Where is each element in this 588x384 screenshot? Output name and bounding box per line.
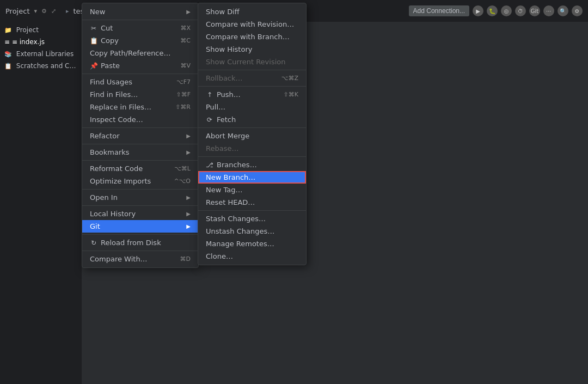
menu-item-copy[interactable]: 📋Copy⌘C [82,34,198,47]
top-bar-right: Add Connection... ▶ 🐛 ◎ ⏱ Git ⋯ 🔍 ⚙ [409,5,583,16]
add-connection-button[interactable]: Add Connection... [409,5,469,16]
new-arrow: ▶ [186,9,191,15]
menu-item-r-show-current-revision: Show Current Revision [198,56,306,68]
menu-item-r-compare-branch[interactable]: Compare with Branch… [198,31,306,43]
copy-icon: 📋 [90,37,97,45]
compare-with-label: Compare With… [90,255,148,263]
menu-item-r-show-history[interactable]: Show History [198,43,306,56]
menu-item-git[interactable]: Git▶ [82,220,198,233]
menu-item-replace-in-files[interactable]: Replace in Files…⇧⌘R [82,101,198,113]
paste-label: Paste [101,62,120,70]
menu-item-new[interactable]: New▶ [82,5,198,18]
menu-item-inspect-code[interactable]: Inspect Code… [82,113,198,126]
git-icon[interactable]: Git [529,5,540,16]
reload-from-disk-label: Reload from Disk [101,239,161,247]
menu-item-refactor[interactable]: Refactor▶ [82,130,198,142]
find-usages-label: Find Usages [90,78,132,86]
menu-item-r-unstash-changes[interactable]: Unstash Changes… [198,225,306,237]
dropdown-icon: ▾ [34,8,37,15]
menu-item-copy-path[interactable]: Copy Path/Reference… [82,47,198,59]
new-label: New [90,8,105,16]
context-menu-left: New▶✂Cut⌘X📋Copy⌘CCopy Path/Reference…📌Pa… [82,3,199,268]
menu-item-bookmarks[interactable]: Bookmarks▶ [82,146,198,159]
show-current-revision-r-label: Show Current Revision [206,58,286,66]
rollback-r-label: Rollback… [206,74,243,82]
menu-item-r-branches[interactable]: ⎇Branches… [198,159,306,171]
menu-item-optimize-imports[interactable]: Optimize Imports^⌥O [82,175,198,187]
debug-icon[interactable]: 🐛 [487,5,498,16]
menu-separator-r [198,86,306,87]
settings2-icon[interactable]: ⚙ [572,5,583,16]
menu-separator [82,189,198,190]
menu-separator-r [198,210,306,211]
menu-item-cut[interactable]: ✂Cut⌘X [82,22,198,34]
menu-item-reformat-code[interactable]: Reformat Code⌥⌘L [82,162,198,175]
git-label: Git [90,222,100,230]
run-icon[interactable]: ▶ [473,5,483,16]
git-arrow: ▶ [186,223,191,229]
push-r-label: Push… [217,90,241,99]
menu-item-local-history[interactable]: Local History▶ [82,208,198,220]
menu-item-compare-with[interactable]: Compare With…⌘D [82,253,198,265]
sidebar-item-ext-libs[interactable]: 📚 External Libraries [0,48,82,60]
menu-separator-r [198,70,306,70]
open-in-arrow: ▶ [186,194,191,200]
compare-branch-r-label: Compare with Branch… [206,33,290,41]
fetch-r-icon: ⟳ [206,116,213,124]
menu-separator [82,251,198,251]
sidebar-item-scratches[interactable]: 📋 Scratches and Cons… [0,60,82,72]
find-in-files-label: Find in Files… [90,90,138,99]
menu-item-r-new-tag[interactable]: New Tag… [198,184,306,196]
abort-merge-r-label: Abort Merge [206,132,249,140]
menu-item-r-push[interactable]: ↑Push…⇧⌘K [198,88,306,101]
menu-item-paste[interactable]: 📌Paste⌘V [82,59,198,72]
rollback-r-shortcut: ⌥⌘Z [281,75,298,82]
more-icon[interactable]: ⋯ [543,5,554,16]
bookmarks-label: Bookmarks [90,148,130,156]
menu-item-r-pull[interactable]: Pull… [198,101,306,113]
menu-item-r-clone[interactable]: Clone… [198,250,306,263]
menu-item-reload-from-disk[interactable]: ↻Reload from Disk [82,236,198,249]
pull-r-label: Pull… [206,103,225,111]
cut-shortcut: ⌘X [180,25,191,32]
paste-icon: 📌 [90,62,97,70]
menu-item-find-in-files[interactable]: Find in Files…⇧⌘F [82,88,198,101]
search-icon2[interactable]: 🔍 [558,5,568,16]
menu-item-find-usages[interactable]: Find Usages⌥F7 [82,76,198,88]
menu-item-r-stash-changes[interactable]: Stash Changes… [198,212,306,225]
stash-changes-r-label: Stash Changes… [206,215,266,223]
reformat-code-shortcut: ⌥⌘L [174,165,191,172]
menu-item-r-manage-remotes[interactable]: Manage Remotes… [198,237,306,250]
menu-item-r-reset-head[interactable]: Reset HEAD… [198,196,306,209]
menu-separator [82,127,198,128]
profile-icon[interactable]: ⏱ [515,5,526,16]
sidebar-item-index[interactable]: ≡ ≡ index.js [0,36,82,48]
branches-r-icon: ⎇ [206,161,213,169]
menu-item-r-compare-revision[interactable]: Compare with Revision… [198,18,306,31]
coverage-icon[interactable]: ◎ [501,5,512,16]
sidebar-item-project[interactable]: 📁 Project [0,24,82,36]
menu-item-r-show-diff[interactable]: Show Diff [198,5,306,18]
compare-revision-r-label: Compare with Revision… [206,20,294,28]
menu-item-r-fetch[interactable]: ⟳Fetch [198,113,306,126]
new-tag-r-label: New Tag… [206,186,243,194]
menu-item-r-abort-merge[interactable]: Abort Merge [198,130,306,142]
menu-separator [82,74,198,74]
rebase-r-label: Rebase… [206,144,238,153]
menu-separator-r [198,156,306,157]
cut-label: Cut [101,24,113,32]
sidebar: 📁 Project ≡ ≡ index.js 📚 External Librar… [0,22,82,384]
find-in-files-shortcut: ⇧⌘F [176,91,191,98]
copy-path-label: Copy Path/Reference… [90,49,171,57]
local-history-arrow: ▶ [186,211,191,217]
optimize-imports-label: Optimize Imports [90,177,151,185]
reload-from-disk-icon: ↻ [90,239,97,247]
refactor-label: Refactor [90,132,120,140]
push-r-icon: ↑ [206,91,213,99]
bookmarks-arrow: ▶ [186,149,191,155]
menu-item-open-in[interactable]: Open In▶ [82,191,198,204]
refactor-arrow: ▶ [186,133,191,139]
unstash-changes-r-label: Unstash Changes… [206,227,274,235]
menu-item-r-new-branch[interactable]: New Branch… [198,171,306,184]
new-branch-r-label: New Branch… [206,173,255,181]
